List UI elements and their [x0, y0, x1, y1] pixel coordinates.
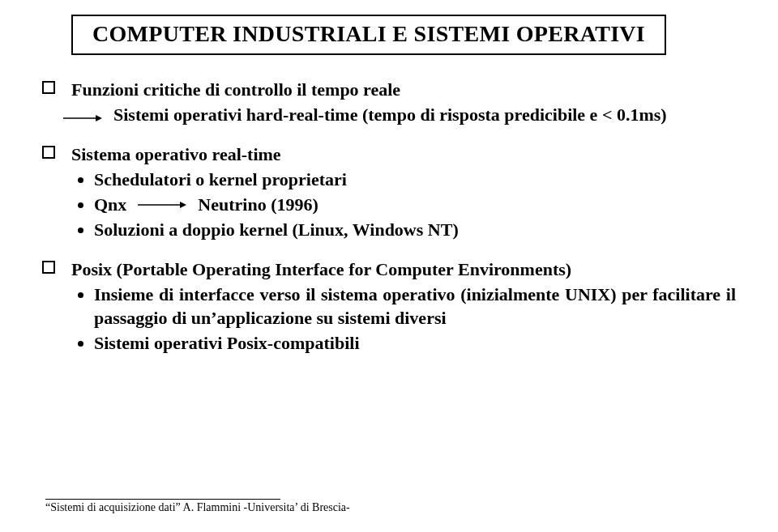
- bullet-item-1: Funzioni critiche di controllo il tempo …: [71, 78, 736, 126]
- list-item: Insieme di interfacce verso il sistema o…: [94, 283, 736, 330]
- bullet-1-head: Funzioni critiche di controllo il tempo …: [71, 78, 736, 101]
- bullet-item-2: Sistema operativo real-time Schedulatori…: [71, 143, 736, 241]
- page-title-box: COMPUTER INDUSTRIALI E SISTEMI OPERATIVI: [71, 15, 666, 55]
- footer-text: “Sistemi di acquisizione dati” A. Flammi…: [45, 501, 350, 514]
- checkbox-icon: [42, 81, 55, 94]
- bullet-3-head: Posix (Portable Operating Interface for …: [71, 257, 736, 281]
- bullet-2-sublist: Schedulatori o kernel proprietari Qnx Ne…: [71, 168, 736, 241]
- arrow-icon: [138, 200, 186, 210]
- svg-marker-3: [180, 202, 186, 208]
- bullet-1-implies-text: Sistemi operativi hard-real-time (tempo …: [71, 103, 667, 126]
- checkbox-icon: [42, 146, 55, 159]
- qnx-label: Qnx: [94, 193, 126, 216]
- bullet-3-sublist: Insieme di interfacce verso il sistema o…: [71, 283, 736, 355]
- qnx-target: Neutrino (1996): [198, 193, 318, 216]
- svg-marker-1: [96, 115, 102, 121]
- page-title: COMPUTER INDUSTRIALI E SISTEMI OPERATIVI: [92, 21, 645, 47]
- arrow-icon: [63, 113, 102, 123]
- footer-rule: [45, 499, 280, 500]
- list-item: Soluzioni a doppio kernel (Linux, Window…: [94, 218, 736, 241]
- content-area: Funzioni critiche di controllo il tempo …: [71, 78, 736, 355]
- footer: “Sistemi di acquisizione dati” A. Flammi…: [45, 499, 350, 514]
- list-item: Qnx Neutrino (1996): [94, 193, 736, 216]
- checkbox-icon: [42, 261, 55, 274]
- bullet-1-implies: Sistemi operativi hard-real-time (tempo …: [71, 103, 736, 126]
- list-item: Sistemi operativi Posix-compatibili: [94, 331, 736, 355]
- bullet-item-3: Posix (Portable Operating Interface for …: [71, 257, 736, 355]
- list-item: Schedulatori o kernel proprietari: [94, 168, 736, 191]
- bullet-2-head: Sistema operativo real-time: [71, 143, 736, 166]
